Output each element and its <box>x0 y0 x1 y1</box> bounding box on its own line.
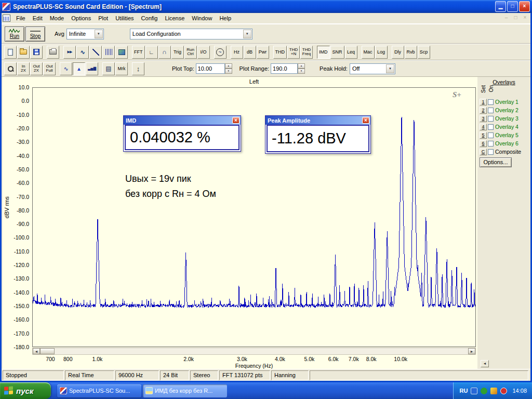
zoom-button[interactable] <box>4 62 17 75</box>
menu-item-plot[interactable]: Plot <box>95 14 112 23</box>
scroll-right-icon[interactable]: ► <box>468 348 475 354</box>
menu-item-options[interactable]: Options <box>68 14 95 23</box>
tray-antivirus-icon[interactable] <box>481 388 487 394</box>
scope-button[interactable]: Scp <box>418 46 430 59</box>
overlay-set-button-2[interactable]: 2 <box>480 107 487 114</box>
menu-item-config[interactable]: Config <box>138 14 162 23</box>
spin-up-icon[interactable]: ▲ <box>298 63 305 69</box>
peak-window-titlebar[interactable]: Peak Amplitude × <box>265 116 370 125</box>
print-button[interactable] <box>47 46 59 59</box>
dropdown-arrow-icon[interactable]: ▼ <box>386 64 394 73</box>
snr-button[interactable]: SNR <box>330 46 344 59</box>
open-file-button[interactable] <box>17 46 30 59</box>
macro-button[interactable]: Mac <box>362 46 375 59</box>
plot-top-spinner[interactable]: ▲ ▼ <box>225 63 232 74</box>
zoom-out-full-button[interactable]: OutFull <box>43 62 56 75</box>
mdi-minimize-icon[interactable]: – <box>502 15 510 20</box>
language-indicator[interactable]: RU <box>460 388 468 394</box>
plot-top-input[interactable] <box>196 63 225 74</box>
save-button[interactable] <box>30 46 43 59</box>
overlay-set-button-6[interactable]: 6 <box>480 140 487 147</box>
line-plot-button[interactable]: ∿ <box>60 62 72 75</box>
overlay-set-button-1[interactable]: 1 <box>480 99 487 105</box>
fft-settings-button[interactable]: FFT <box>132 46 145 59</box>
close-icon[interactable]: × <box>232 117 240 124</box>
maximize-button[interactable]: □ <box>507 1 518 12</box>
range-slider-button[interactable]: ↕ <box>132 62 144 75</box>
overlays-scroll-icon[interactable]: ◄ <box>481 360 489 367</box>
bar-plot-button[interactable]: ▃▅▇ <box>86 62 98 75</box>
minimize-button[interactable]: ▁ <box>495 1 506 12</box>
spin-down-icon[interactable]: ▼ <box>225 69 232 74</box>
surface-plot-button[interactable] <box>115 46 128 59</box>
spectrogram-button[interactable] <box>102 46 115 59</box>
taskbar-task-1[interactable]: SpectraPLUS-SC Sou... <box>57 384 141 397</box>
spectrum-document-icon[interactable] <box>3 15 10 22</box>
playback-button[interactable]: ▶▶ <box>63 46 76 59</box>
avg-combobox[interactable]: Infinite ▼ <box>66 29 104 39</box>
time-series-button[interactable] <box>89 46 102 59</box>
log-button[interactable]: Log <box>375 46 388 59</box>
plot-range-spinner[interactable]: ▲ ▼ <box>298 63 305 74</box>
dropdown-arrow-icon[interactable]: ▼ <box>95 30 103 38</box>
overlay-checkbox-1[interactable] <box>488 99 494 105</box>
menu-item-window[interactable]: Window <box>188 14 216 23</box>
mdi-close-icon[interactable]: × <box>521 15 529 20</box>
smoothing-window-button[interactable]: ∩ <box>158 46 171 59</box>
imd-readout-window[interactable]: IMD × 0.040032 % <box>123 115 241 152</box>
wave-zoom-button[interactable]: ∿ <box>76 46 89 59</box>
close-icon[interactable]: × <box>362 117 369 124</box>
overlay-set-button-3[interactable]: 3 <box>480 115 487 122</box>
run-button[interactable]: Run <box>5 26 24 42</box>
taskbar-task-2[interactable]: ИМД без корр без R... <box>143 384 227 397</box>
overlay-set-button-5[interactable]: 5 <box>480 132 487 139</box>
new-file-button[interactable] <box>4 46 17 59</box>
tray-messenger-icon[interactable] <box>490 388 497 394</box>
load-configuration-combobox[interactable]: Load Configuration ▼ <box>130 29 252 39</box>
db-units-button[interactable]: dB <box>244 46 256 59</box>
menu-item-license[interactable]: License <box>161 14 188 23</box>
spectrum-plot[interactable] <box>32 87 476 347</box>
imd-button[interactable]: IMD <box>317 46 330 59</box>
menu-item-mode[interactable]: Mode <box>46 14 68 23</box>
power-units-button[interactable]: Pwr <box>257 46 269 59</box>
overlay-set-button-4[interactable]: 4 <box>480 124 487 130</box>
zoom-in-2x-button[interactable]: In2X <box>17 62 30 75</box>
overlay-checkbox-4[interactable] <box>488 124 494 130</box>
overlays-options-button[interactable]: Options... <box>480 157 512 167</box>
trigger-button[interactable]: Trig <box>171 46 184 59</box>
close-button[interactable]: × <box>519 1 530 12</box>
leq-button[interactable]: Leq <box>345 46 357 59</box>
tray-update-icon[interactable] <box>500 388 507 394</box>
titlebar[interactable]: SpectraPLUS-SC Sound Card Edition - [Spe… <box>0 0 532 13</box>
scrollbar-thumb[interactable] <box>40 348 55 354</box>
thd-freq-button[interactable]: THDFreq <box>300 46 313 59</box>
reverb-button[interactable]: Rvb <box>405 46 417 59</box>
spin-up-icon[interactable]: ▲ <box>225 63 232 69</box>
overlay-checkbox-5[interactable] <box>488 132 494 138</box>
spin-down-icon[interactable]: ▼ <box>298 69 305 74</box>
plot-horizontal-scrollbar[interactable]: ◄ ► <box>32 348 476 355</box>
overlay-set-button-C[interactable]: C <box>480 149 487 155</box>
thd-n-button[interactable]: THD+N <box>287 46 300 59</box>
overlay-checkbox-C[interactable] <box>488 149 494 155</box>
mdi-restore-icon[interactable]: □ <box>512 15 520 20</box>
io-device-button[interactable]: I/O <box>197 46 210 59</box>
tray-network-icon[interactable] <box>471 388 477 394</box>
scaling-button[interactable]: ∟ <box>145 46 158 59</box>
markers-button[interactable]: Mrk <box>115 62 128 75</box>
delay-button[interactable]: Dly <box>392 46 404 59</box>
menu-item-utilities[interactable]: Utilities <box>112 14 137 23</box>
menu-item-file[interactable]: File <box>12 14 29 23</box>
plot-range-input[interactable] <box>271 63 298 74</box>
scroll-left-icon[interactable]: ◄ <box>33 348 40 354</box>
start-button[interactable]: пуск <box>0 382 51 399</box>
menu-item-edit[interactable]: Edit <box>29 14 46 23</box>
data-table-button[interactable]: ▤ <box>102 62 115 75</box>
overlay-checkbox-2[interactable] <box>488 108 494 113</box>
overlay-checkbox-3[interactable] <box>488 116 494 122</box>
stop-button[interactable]: Stop <box>25 26 45 42</box>
thd-button[interactable]: THD <box>273 46 287 59</box>
scrollbar-track[interactable] <box>55 348 468 354</box>
dropdown-arrow-icon[interactable]: ▼ <box>243 30 251 38</box>
